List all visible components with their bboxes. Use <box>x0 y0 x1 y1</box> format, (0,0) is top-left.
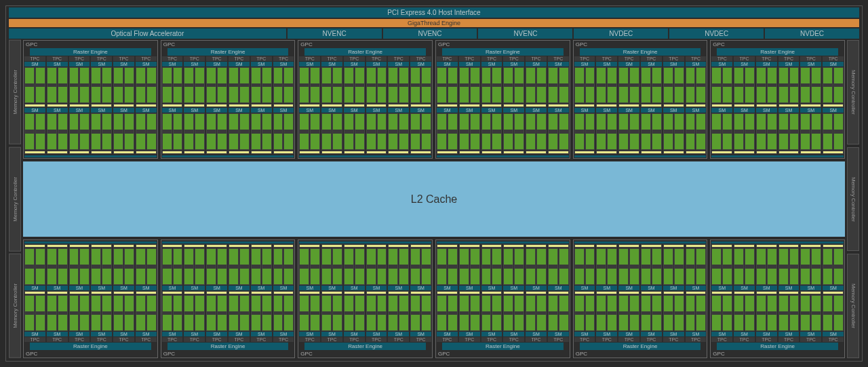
tensor-core <box>641 104 662 107</box>
sm-label: SM <box>756 108 777 113</box>
tpc-label: TPC <box>823 337 844 342</box>
cuda-core <box>778 67 789 103</box>
sm-label: SM <box>800 286 821 290</box>
core-group <box>273 113 294 149</box>
cuda-core <box>778 248 789 284</box>
core-group <box>273 248 294 284</box>
sm-label: SM <box>734 332 755 336</box>
tpc-label: TPC <box>184 56 205 61</box>
sm-label: SM <box>503 108 524 113</box>
sm-label: SM <box>47 332 68 336</box>
cuda-core <box>366 295 376 331</box>
sm-label: SM <box>273 62 294 66</box>
cuda-core <box>162 295 172 331</box>
polymorph-engine <box>162 242 294 244</box>
cuda-core <box>833 295 844 331</box>
tpc-label: TPC <box>299 56 320 61</box>
sm-label: SM <box>113 108 134 113</box>
cuda-core <box>24 295 35 331</box>
cuda-core <box>206 295 216 331</box>
cuda-core <box>652 113 662 149</box>
cuda-core <box>823 67 833 103</box>
tensor-core <box>162 104 183 107</box>
core-group <box>206 248 227 284</box>
cuda-core <box>173 113 183 149</box>
tensor-core <box>574 104 595 107</box>
cuda-core <box>310 295 320 331</box>
core-group <box>503 113 524 149</box>
tensor-row <box>437 291 569 294</box>
tensor-row <box>162 244 294 248</box>
core-group <box>273 67 294 103</box>
tensor-core <box>548 151 569 154</box>
tensor-row <box>711 244 844 248</box>
core-group <box>574 248 595 284</box>
tensor-core <box>136 291 157 294</box>
tensor-core <box>548 104 569 107</box>
cuda-core <box>745 295 755 331</box>
tpc-label: TPC <box>711 56 732 61</box>
sm-label: SM <box>481 286 502 290</box>
polymorph-engine <box>711 155 844 157</box>
tensor-core <box>229 151 250 154</box>
tensor-core <box>686 151 707 154</box>
cuda-core <box>674 67 684 103</box>
core-group <box>113 67 134 103</box>
cuda-core <box>470 248 480 284</box>
polymorph-engine <box>711 242 844 244</box>
core-group <box>206 113 227 149</box>
raster-engine: Raster Engine <box>580 343 701 350</box>
tensor-core <box>618 291 639 294</box>
cuda-core <box>596 248 606 284</box>
tpc-label: TPC <box>113 56 134 61</box>
cuda-core <box>503 113 513 149</box>
tensor-core <box>574 291 595 294</box>
sm-label: SM <box>711 332 732 336</box>
sm-label: SM <box>711 62 732 66</box>
tensor-core <box>69 244 90 248</box>
sm-label: SM <box>437 332 458 336</box>
cuda-core-row <box>299 295 431 331</box>
sm-label: SM <box>251 62 272 66</box>
sm-label: SM <box>162 108 183 113</box>
tensor-core <box>344 244 365 248</box>
tpc-label: TPC <box>800 56 821 61</box>
cuda-core <box>722 113 732 149</box>
tensor-core <box>459 104 480 107</box>
tpc-label: TPC <box>229 337 250 342</box>
sm-label: SM <box>299 108 320 113</box>
cuda-core <box>173 67 183 103</box>
cuda-core <box>548 67 558 103</box>
core-group <box>24 248 45 284</box>
core-group <box>548 67 569 103</box>
sm-label: SM <box>663 332 684 336</box>
cuda-core <box>526 67 536 103</box>
sm-label: SM <box>663 286 684 290</box>
sm-label: SM <box>548 62 569 66</box>
core-group <box>526 248 547 284</box>
cuda-core <box>366 67 376 103</box>
cuda-core <box>184 67 194 103</box>
tensor-core <box>273 244 294 248</box>
tensor-core <box>321 244 342 248</box>
tensor-core <box>47 151 68 154</box>
cuda-core <box>251 295 261 331</box>
cuda-core <box>388 295 398 331</box>
cuda-core <box>47 295 57 331</box>
cuda-core <box>629 67 639 103</box>
sm-label: SM <box>162 62 183 66</box>
memory-controller: Memory Controller <box>847 40 859 144</box>
tensor-core <box>206 291 227 294</box>
tpc-label: TPC <box>24 56 45 61</box>
core-group <box>321 67 342 103</box>
tensor-row <box>711 104 844 107</box>
cuda-core <box>251 67 261 103</box>
tensor-core <box>437 291 458 294</box>
tensor-core <box>686 291 707 294</box>
gpc-block: GPCRaster EngineTPCTPCTPCTPCTPCTPCSMSMSM… <box>573 40 708 159</box>
core-group <box>47 113 68 149</box>
tensor-core <box>711 104 732 107</box>
tpc-label: TPC <box>503 56 524 61</box>
cuda-core <box>686 295 696 331</box>
cuda-core <box>355 295 365 331</box>
